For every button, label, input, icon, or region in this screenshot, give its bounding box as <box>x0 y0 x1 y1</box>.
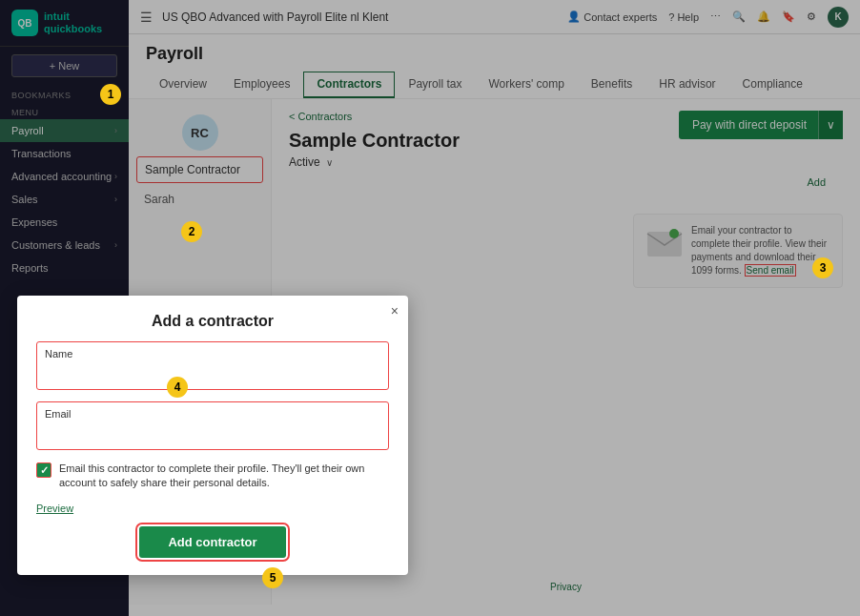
preview-link-row: Preview <box>36 501 389 515</box>
step-badge-5: 5 <box>262 567 283 588</box>
checkbox-checkmark-icon: ✓ <box>40 464 49 477</box>
email-contractor-checkbox[interactable]: ✓ <box>36 462 51 478</box>
step-badge-4: 4 <box>167 377 188 398</box>
modal-title: Add a contractor <box>17 296 408 341</box>
name-label: Name <box>45 348 380 359</box>
email-checkbox-row: ✓ Email this contractor to complete thei… <box>36 462 389 491</box>
email-field-group: Email <box>36 401 389 450</box>
modal-close-button[interactable]: × <box>391 303 399 318</box>
step-badge-1: 1 <box>100 84 121 105</box>
step-badge-3: 3 <box>812 257 833 278</box>
add-contractor-modal: × Add a contractor Name Email ✓ Email th… <box>17 296 408 575</box>
preview-link[interactable]: Preview <box>36 503 73 514</box>
name-field-group: Name <box>36 341 389 390</box>
step-badge-2: 2 <box>181 221 202 242</box>
name-input[interactable] <box>45 362 380 383</box>
checkbox-text: Email this contractor to complete their … <box>59 462 389 491</box>
add-contractor-button[interactable]: Add contractor <box>139 526 285 558</box>
email-input[interactable] <box>45 422 380 443</box>
email-label: Email <box>45 408 380 420</box>
modal-body: Name Email ✓ Email this contractor to co… <box>17 341 408 515</box>
